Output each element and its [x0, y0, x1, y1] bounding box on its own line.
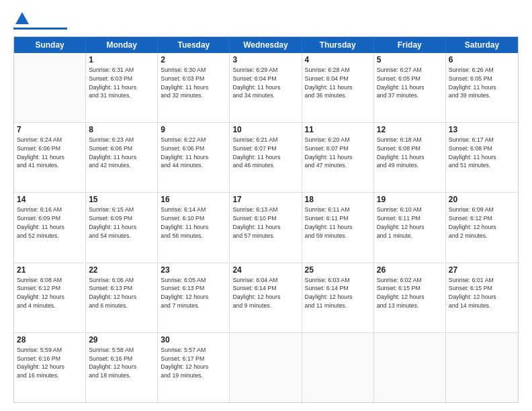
table-row: 11Sunrise: 6:20 AM Sunset: 6:07 PM Dayli…	[302, 123, 374, 192]
table-row: 22Sunrise: 6:06 AM Sunset: 6:13 PM Dayli…	[86, 263, 158, 332]
table-row	[302, 333, 374, 402]
day-number: 28	[17, 335, 83, 345]
table-row: 1Sunrise: 6:31 AM Sunset: 6:03 PM Daylig…	[86, 53, 158, 122]
cell-info: Sunrise: 6:01 AM Sunset: 6:15 PM Dayligh…	[449, 276, 515, 310]
cell-info: Sunrise: 6:29 AM Sunset: 6:04 PM Dayligh…	[232, 66, 298, 100]
table-row: 9Sunrise: 6:22 AM Sunset: 6:06 PM Daylig…	[158, 123, 230, 192]
table-row: 20Sunrise: 6:09 AM Sunset: 6:12 PM Dayli…	[446, 193, 518, 262]
weekday-saturday: Saturday	[446, 37, 518, 53]
svg-marker-0	[15, 12, 29, 24]
cell-info: Sunrise: 5:58 AM Sunset: 6:16 PM Dayligh…	[89, 346, 154, 380]
weekday-thursday: Thursday	[302, 37, 374, 53]
table-row: 15Sunrise: 6:15 AM Sunset: 6:09 PM Dayli…	[86, 193, 158, 262]
cell-info: Sunrise: 5:57 AM Sunset: 6:17 PM Dayligh…	[161, 346, 226, 380]
cell-info: Sunrise: 6:11 AM Sunset: 6:11 PM Dayligh…	[305, 205, 371, 240]
logo-underline	[13, 28, 67, 30]
day-number: 26	[377, 265, 443, 275]
weekday-wednesday: Wednesday	[230, 37, 302, 53]
day-number: 3	[232, 55, 298, 64]
table-row: 16Sunrise: 6:14 AM Sunset: 6:10 PM Dayli…	[158, 193, 230, 262]
day-number: 8	[89, 125, 154, 134]
page-header	[13, 11, 519, 30]
table-row: 25Sunrise: 6:03 AM Sunset: 6:14 PM Dayli…	[302, 263, 374, 332]
day-number: 21	[17, 265, 83, 275]
cell-info: Sunrise: 6:22 AM Sunset: 6:06 PM Dayligh…	[161, 136, 226, 170]
table-row: 7Sunrise: 6:24 AM Sunset: 6:06 PM Daylig…	[14, 123, 86, 192]
day-number: 14	[17, 195, 83, 204]
calendar-row: 21Sunrise: 6:08 AM Sunset: 6:12 PM Dayli…	[14, 263, 518, 333]
day-number: 4	[305, 55, 371, 64]
table-row: 29Sunrise: 5:58 AM Sunset: 6:16 PM Dayli…	[86, 333, 158, 402]
weekday-friday: Friday	[374, 37, 446, 53]
calendar-header: Sunday Monday Tuesday Wednesday Thursday…	[14, 37, 518, 53]
calendar-row: 28Sunrise: 5:59 AM Sunset: 6:16 PM Dayli…	[14, 333, 518, 402]
cell-info: Sunrise: 6:28 AM Sunset: 6:04 PM Dayligh…	[305, 66, 371, 100]
cell-info: Sunrise: 6:13 AM Sunset: 6:10 PM Dayligh…	[232, 205, 298, 240]
table-row: 30Sunrise: 5:57 AM Sunset: 6:17 PM Dayli…	[158, 333, 230, 402]
table-row	[230, 333, 302, 402]
day-number: 30	[161, 335, 226, 345]
day-number: 23	[161, 265, 226, 275]
cell-info: Sunrise: 6:05 AM Sunset: 6:13 PM Dayligh…	[161, 276, 226, 310]
table-row: 12Sunrise: 6:18 AM Sunset: 6:08 PM Dayli…	[374, 123, 446, 192]
table-row: 13Sunrise: 6:17 AM Sunset: 6:08 PM Dayli…	[446, 123, 518, 192]
weekday-sunday: Sunday	[14, 37, 86, 53]
weekday-tuesday: Tuesday	[158, 37, 230, 53]
cell-info: Sunrise: 6:04 AM Sunset: 6:14 PM Dayligh…	[232, 276, 298, 310]
day-number: 1	[89, 55, 154, 64]
table-row: 21Sunrise: 6:08 AM Sunset: 6:12 PM Dayli…	[14, 263, 86, 332]
cell-info: Sunrise: 6:30 AM Sunset: 6:03 PM Dayligh…	[161, 66, 226, 100]
table-row: 19Sunrise: 6:10 AM Sunset: 6:11 PM Dayli…	[374, 193, 446, 262]
day-number: 24	[232, 265, 298, 275]
table-row: 23Sunrise: 6:05 AM Sunset: 6:13 PM Dayli…	[158, 263, 230, 332]
table-row: 3Sunrise: 6:29 AM Sunset: 6:04 PM Daylig…	[230, 53, 302, 122]
table-row	[374, 333, 446, 402]
cell-info: Sunrise: 6:14 AM Sunset: 6:10 PM Dayligh…	[161, 205, 226, 240]
calendar-body: 1Sunrise: 6:31 AM Sunset: 6:03 PM Daylig…	[14, 53, 518, 402]
day-number: 27	[449, 265, 515, 275]
table-row: 27Sunrise: 6:01 AM Sunset: 6:15 PM Dayli…	[446, 263, 518, 332]
table-row: 24Sunrise: 6:04 AM Sunset: 6:14 PM Dayli…	[230, 263, 302, 332]
cell-info: Sunrise: 6:27 AM Sunset: 6:05 PM Dayligh…	[377, 66, 443, 100]
cell-info: Sunrise: 6:23 AM Sunset: 6:06 PM Dayligh…	[89, 136, 154, 170]
table-row: 2Sunrise: 6:30 AM Sunset: 6:03 PM Daylig…	[158, 53, 230, 122]
cell-info: Sunrise: 6:21 AM Sunset: 6:07 PM Dayligh…	[232, 136, 298, 170]
day-number: 19	[377, 195, 443, 204]
day-number: 20	[449, 195, 515, 204]
calendar: Sunday Monday Tuesday Wednesday Thursday…	[13, 36, 519, 403]
day-number: 29	[89, 335, 154, 345]
table-row: 4Sunrise: 6:28 AM Sunset: 6:04 PM Daylig…	[302, 53, 374, 122]
day-number: 17	[232, 195, 298, 204]
day-number: 11	[305, 125, 371, 134]
calendar-row: 1Sunrise: 6:31 AM Sunset: 6:03 PM Daylig…	[14, 53, 518, 123]
cell-info: Sunrise: 6:26 AM Sunset: 6:05 PM Dayligh…	[449, 66, 515, 100]
day-number: 7	[17, 125, 83, 134]
table-row: 18Sunrise: 6:11 AM Sunset: 6:11 PM Dayli…	[302, 193, 374, 262]
cell-info: Sunrise: 6:08 AM Sunset: 6:12 PM Dayligh…	[17, 276, 83, 310]
table-row: 14Sunrise: 6:16 AM Sunset: 6:09 PM Dayli…	[14, 193, 86, 262]
day-number: 2	[161, 55, 226, 64]
logo-icon	[15, 11, 29, 26]
cell-info: Sunrise: 6:18 AM Sunset: 6:08 PM Dayligh…	[377, 136, 443, 170]
cell-info: Sunrise: 6:02 AM Sunset: 6:15 PM Dayligh…	[377, 276, 443, 310]
cell-info: Sunrise: 6:06 AM Sunset: 6:13 PM Dayligh…	[89, 276, 154, 310]
cell-info: Sunrise: 6:16 AM Sunset: 6:09 PM Dayligh…	[17, 205, 83, 240]
cell-info: Sunrise: 6:10 AM Sunset: 6:11 PM Dayligh…	[377, 205, 443, 240]
cell-info: Sunrise: 5:59 AM Sunset: 6:16 PM Dayligh…	[17, 346, 83, 380]
table-row	[14, 53, 86, 122]
cell-info: Sunrise: 6:17 AM Sunset: 6:08 PM Dayligh…	[449, 136, 515, 170]
logo	[13, 11, 67, 30]
table-row: 26Sunrise: 6:02 AM Sunset: 6:15 PM Dayli…	[374, 263, 446, 332]
day-number: 15	[89, 195, 154, 204]
day-number: 9	[161, 125, 226, 134]
cell-info: Sunrise: 6:15 AM Sunset: 6:09 PM Dayligh…	[89, 205, 154, 240]
cell-info: Sunrise: 6:31 AM Sunset: 6:03 PM Dayligh…	[89, 66, 154, 100]
day-number: 22	[89, 265, 154, 275]
day-number: 18	[305, 195, 371, 204]
calendar-row: 7Sunrise: 6:24 AM Sunset: 6:06 PM Daylig…	[14, 123, 518, 193]
table-row: 5Sunrise: 6:27 AM Sunset: 6:05 PM Daylig…	[374, 53, 446, 122]
table-row: 8Sunrise: 6:23 AM Sunset: 6:06 PM Daylig…	[86, 123, 158, 192]
calendar-row: 14Sunrise: 6:16 AM Sunset: 6:09 PM Dayli…	[14, 193, 518, 263]
table-row: 6Sunrise: 6:26 AM Sunset: 6:05 PM Daylig…	[446, 53, 518, 122]
day-number: 13	[449, 125, 515, 134]
